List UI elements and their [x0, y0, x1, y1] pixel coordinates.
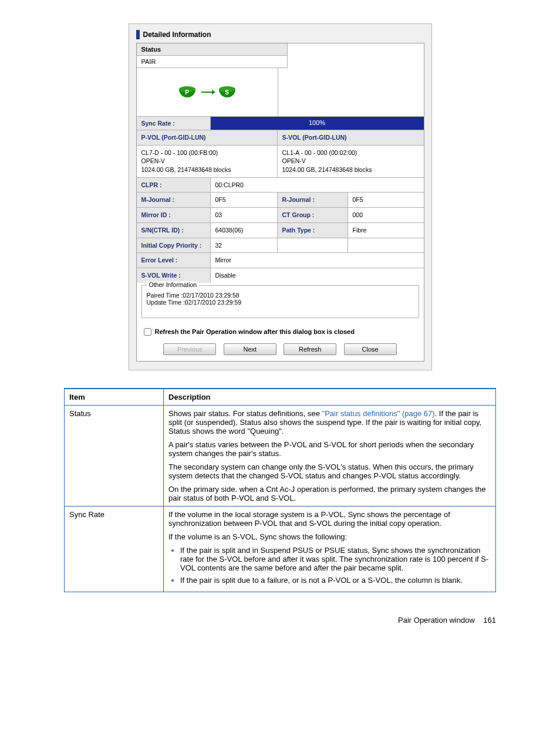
svol-disk-icon: S: [219, 86, 235, 98]
svol-details: CL1-A - 00 - 000 (00:02:00) OPEN-V 1024.…: [278, 146, 424, 178]
sn-value: 64038(06): [211, 223, 278, 238]
row-status-item: Status: [65, 405, 164, 506]
table-row: Sync Rate If the volume in the local sto…: [65, 506, 496, 592]
clpr-label: CLPR :: [137, 178, 211, 193]
refresh-checkbox[interactable]: [144, 328, 151, 336]
ctgroup-value: 000: [348, 208, 424, 223]
ctgroup-label: CT Group :: [278, 208, 348, 223]
update-time: Update Time :02/17/2010 23:29:59: [147, 299, 414, 306]
arrow-icon: [201, 92, 213, 93]
rjournal-value: 0F5: [348, 193, 424, 208]
mirrorid-value: 03: [211, 208, 278, 223]
table-row: Status Shows pair status. For status def…: [65, 405, 496, 506]
footer-text: Pair Operation window: [398, 616, 475, 625]
close-button[interactable]: Close: [344, 343, 397, 355]
status-value: PAIR: [137, 56, 288, 68]
pvol-disk-icon: P: [179, 86, 195, 98]
title-accent-bar: [136, 30, 140, 39]
initcopy-label: Initial Copy Priority :: [137, 238, 211, 254]
page-number: 161: [483, 616, 496, 625]
svol-header: S-VOL (Port-GID-LUN): [278, 130, 424, 146]
pathtype-value: Fibre: [348, 223, 424, 238]
mirrorid-label: Mirror ID :: [137, 208, 211, 223]
refresh-button[interactable]: Refresh: [284, 343, 336, 355]
clpr-value: 00:CLPR0: [211, 178, 424, 193]
detailed-information-dialog: Detailed Information Status PAIR P: [129, 23, 432, 370]
errlevel-label: Error Level :: [137, 253, 211, 268]
table-header-description: Description: [164, 389, 496, 406]
pair-status-link[interactable]: "Pair status definitions" (page 67): [322, 409, 435, 418]
list-item: If the pair is split and in Suspend PSUS…: [180, 546, 491, 572]
initcopy-value: 32: [211, 238, 278, 254]
other-info-legend: Other Information: [147, 281, 200, 288]
other-information-box: Other Information Paired Time :02/17/201…: [141, 285, 419, 318]
svolwrite-value: Disable: [211, 268, 424, 283]
list-item: If the pair is split due to a failure, o…: [180, 576, 491, 585]
previous-button[interactable]: Previous: [163, 343, 216, 355]
sync-rate-label: Sync Rate :: [137, 117, 211, 130]
refresh-checkbox-label: Refresh the Pair Operation window after …: [155, 328, 355, 335]
rjournal-label: R-Journal :: [278, 193, 348, 208]
sync-rate-bar: 100%: [211, 117, 424, 130]
paired-time: Paired Time :02/17/2010 23:29:58: [147, 292, 414, 299]
pair-graphic: P S: [179, 86, 235, 98]
table-header-item: Item: [65, 389, 164, 406]
next-button[interactable]: Next: [224, 343, 276, 355]
pvol-details: CL7-D - 00 - 100 (00:FB:00) OPEN-V 1024.…: [137, 146, 278, 178]
row-syncrate-item: Sync Rate: [65, 506, 164, 592]
mjournal-label: M-Journal :: [137, 193, 211, 208]
errlevel-value: Mirror: [211, 253, 424, 268]
page-footer: Pair Operation window 161: [64, 616, 496, 625]
sn-label: S/N(CTRL ID) :: [137, 223, 211, 238]
row-status-desc: Shows pair status. For status definition…: [164, 405, 496, 506]
dialog-title: Detailed Information: [143, 31, 211, 39]
status-label: Status: [137, 43, 288, 56]
row-syncrate-desc: If the volume in the local storage syste…: [164, 506, 496, 592]
mjournal-value: 0F5: [211, 193, 278, 208]
description-table: Item Description Status Shows pair statu…: [64, 388, 496, 592]
pathtype-label: Path Type :: [278, 223, 348, 238]
pvol-header: P-VOL (Port-GID-LUN): [137, 130, 278, 146]
